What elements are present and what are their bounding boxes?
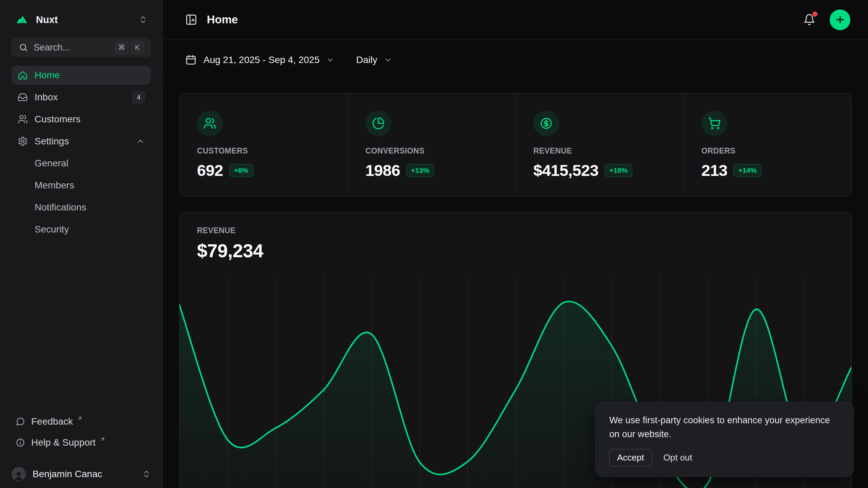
cmd-key: ⌘ — [115, 41, 128, 54]
footer-link-label: Feedback — [31, 416, 73, 427]
stat-delta-badge: +13% — [406, 164, 434, 177]
stat-conversions: CONVERSIONS 1986 +13% — [348, 94, 516, 197]
accept-cookies-button[interactable]: Accept — [609, 449, 652, 466]
avatar — [12, 467, 26, 481]
home-icon — [18, 70, 28, 80]
help-support-link[interactable]: Help & Support — [12, 433, 151, 452]
external-link-icon — [100, 436, 105, 442]
sidebar-top: Nuxt ⌘ K — [0, 0, 162, 57]
sidebar-item-notifications[interactable]: Notifications — [12, 198, 151, 217]
revenue-chart-header: REVENUE $79,234 — [179, 212, 851, 262]
users-icon — [197, 110, 223, 136]
cookie-banner: We use first-party cookies to enhance yo… — [595, 402, 854, 477]
info-circle-icon — [16, 438, 25, 447]
period-select[interactable]: Daily — [356, 55, 392, 65]
calendar-icon — [185, 54, 197, 66]
search-input[interactable] — [34, 42, 110, 53]
stat-delta-badge: +18% — [605, 164, 632, 177]
nav-label: Settings — [35, 136, 129, 147]
chevron-up-icon — [136, 137, 145, 146]
stat-label: ORDERS — [702, 146, 834, 156]
workspace-name: Nuxt — [36, 14, 133, 25]
sidebar-item-security[interactable]: Security — [12, 220, 151, 239]
plus-icon — [835, 14, 846, 25]
page-title: Home — [207, 13, 238, 26]
nav-label: Home — [35, 70, 145, 81]
user-menu[interactable]: Benjamin Canac — [0, 460, 162, 488]
header-actions — [801, 9, 850, 30]
stat-value: 692 — [197, 161, 223, 180]
feedback-link[interactable]: Feedback — [12, 412, 151, 431]
stat-customers: CUSTOMERS 692 +6% — [179, 94, 348, 197]
nuxt-logo-icon — [15, 12, 30, 27]
chevron-down-icon — [383, 56, 392, 64]
nav-label: Customers — [35, 114, 145, 125]
sidebar-item-settings[interactable]: Settings — [12, 132, 151, 151]
add-button[interactable] — [830, 9, 850, 30]
stats-card: CUSTOMERS 692 +6% CONVERSIONS 1986 +13% — [179, 93, 852, 197]
stat-revenue: REVENUE $415,523 +18% — [515, 94, 684, 197]
date-range-picker[interactable]: Aug 21, 2025 - Sep 4, 2025 — [185, 54, 335, 66]
sidebar-toggle-icon[interactable] — [185, 14, 197, 26]
sidebar-item-home[interactable]: Home — [12, 66, 151, 85]
footer-link-label: Help & Support — [31, 437, 96, 448]
chevron-down-icon — [326, 56, 335, 64]
chevron-up-down-icon — [142, 470, 151, 479]
sidebar-item-general[interactable]: General — [12, 154, 151, 173]
settings-sub-list: General Members Notifications Security — [12, 154, 151, 239]
opt-out-button[interactable]: Opt out — [664, 452, 692, 463]
cookie-message: We use first-party cookies to enhance yo… — [609, 413, 840, 441]
nav-label: Inbox — [35, 92, 126, 103]
dollar-circle-icon — [533, 110, 559, 136]
stat-label: REVENUE — [533, 146, 666, 156]
stat-delta-badge: +14% — [733, 164, 761, 177]
search-field[interactable]: ⌘ K — [12, 38, 151, 57]
search-icon — [19, 43, 28, 52]
cookie-actions: Accept Opt out — [609, 449, 840, 466]
date-range-label: Aug 21, 2025 - Sep 4, 2025 — [203, 55, 320, 65]
external-link-icon — [77, 415, 83, 421]
sidebar-nav: Home Inbox 4 Customers Settings — [0, 57, 162, 239]
revenue-chart-label: REVENUE — [197, 226, 834, 235]
period-label: Daily — [356, 55, 377, 65]
chevron-up-down-icon — [139, 15, 147, 24]
sidebar: Nuxt ⌘ K Home — [0, 0, 163, 488]
inbox-count-badge: 4 — [133, 91, 145, 103]
sidebar-item-members[interactable]: Members — [12, 176, 151, 195]
users-icon — [18, 114, 28, 124]
revenue-chart-value: $79,234 — [197, 240, 834, 262]
workspace-switcher[interactable]: Nuxt — [12, 10, 151, 29]
search-shortcut: ⌘ K — [115, 41, 144, 54]
user-name: Benjamin Canac — [33, 469, 135, 480]
page-header: Home — [163, 0, 868, 40]
k-key: K — [131, 41, 144, 54]
stat-orders: ORDERS 213 +14% — [684, 94, 852, 197]
stat-delta-badge: +6% — [229, 164, 253, 177]
stat-value: 213 — [702, 161, 728, 180]
pie-chart-icon — [366, 110, 391, 136]
sidebar-spacer — [0, 239, 162, 412]
inbox-icon — [18, 92, 28, 102]
app-root: Nuxt ⌘ K Home — [0, 0, 868, 488]
notifications-button[interactable] — [801, 11, 818, 28]
stat-value: 1986 — [366, 161, 400, 180]
cart-icon — [702, 110, 727, 136]
gear-icon — [18, 136, 28, 146]
notification-dot — [812, 12, 817, 17]
filters-toolbar: Aug 21, 2025 - Sep 4, 2025 Daily — [163, 40, 868, 80]
stat-label: CONVERSIONS — [366, 146, 498, 156]
sidebar-item-inbox[interactable]: Inbox 4 — [12, 88, 151, 107]
stat-label: CUSTOMERS — [197, 146, 330, 156]
sidebar-item-customers[interactable]: Customers — [12, 110, 151, 129]
stat-value: $415,523 — [533, 161, 598, 180]
chat-bubble-icon — [16, 417, 25, 426]
sidebar-footer: Feedback Help & Support — [0, 412, 162, 460]
